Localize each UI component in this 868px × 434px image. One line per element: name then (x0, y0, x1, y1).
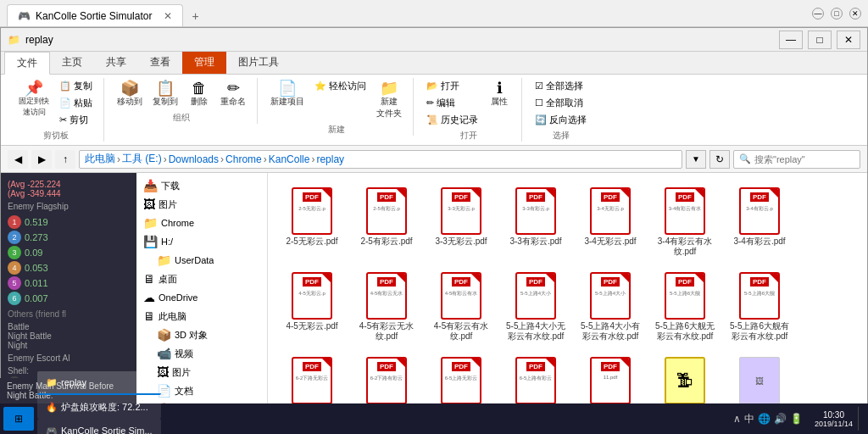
taskbar-item[interactable]: 📁replay (37, 371, 161, 395)
ribbon-tab-manage[interactable]: 管理 (182, 52, 226, 74)
battle-info: Battle Night Battle Night (8, 322, 130, 350)
ribbon-copy-btn[interactable]: 📋 复制 (55, 78, 97, 94)
pdf-content: 4-5有彩云无水 (369, 288, 405, 299)
file-item[interactable]: PDF 4-5有彩云无水 4-5有彩云无水纹.pdf (353, 268, 420, 346)
start-button[interactable]: ⊞ (3, 407, 34, 431)
search-input[interactable] (754, 154, 854, 164)
nav-back-button[interactable]: ◀ (8, 150, 28, 169)
path-kancolle[interactable]: KanColle (269, 153, 310, 165)
show-desktop-button[interactable] (858, 407, 865, 431)
file-item[interactable]: PDF 4-5无彩云.p 4-5无彩云.pdf (278, 268, 346, 346)
date-display: 2019/11/14 (815, 420, 853, 428)
sim-avg1: (Avg -225.224 (8, 180, 130, 189)
taskbar-time: 10:30 2019/11/14 (815, 410, 853, 428)
ribbon-tab-file[interactable]: 文件 (4, 52, 50, 75)
nav-tree-item[interactable]: 📦3D 对象 (136, 326, 267, 344)
browser-tab[interactable]: 🎮 KanColle Sortie Simulator ✕ (7, 4, 183, 26)
sim-ship-row: 10.519 (8, 214, 130, 230)
taskbar-item[interactable]: 🎮KanColle Sortie Sim... (37, 419, 161, 434)
ribbon-open-btn[interactable]: 📂 打开 (422, 78, 482, 94)
nav-tree-item[interactable]: 📁UserData (136, 251, 267, 270)
new-tab-button[interactable]: + (185, 6, 205, 26)
pdf-content: 3-4有彩云.p (744, 203, 775, 214)
file-item[interactable]: PDF 5-5上路4大小 5-5上路4大小有彩云有水纹.pdf (576, 268, 644, 346)
ribbon-invert-select-btn[interactable]: 🔄 反向选择 (531, 112, 591, 128)
ribbon-new-folder-btn[interactable]: 📁 新建文件夹 (372, 78, 406, 122)
ribbon-tab-share[interactable]: 共享 (94, 52, 138, 74)
nav-tree-item[interactable]: 📹视频 (136, 344, 267, 363)
pdf-content: 11.pdf (602, 373, 620, 381)
organize-group-label: 组织 (173, 112, 190, 124)
browser-close-button[interactable]: ✕ (849, 8, 861, 19)
file-item[interactable]: PDF 3-4有彩云有水 3-4有彩云有水纹.pdf (651, 183, 719, 261)
explorer-minimize-button[interactable]: — (779, 31, 803, 49)
nav-tree-item[interactable]: 📥下载 (136, 176, 267, 195)
file-item[interactable]: PDF 4-5有彩云有水 4-5有彩云有水纹.pdf (427, 268, 495, 346)
ribbon-tab-view[interactable]: 查看 (138, 52, 182, 74)
ribbon-delete-btn[interactable]: 🗑 删除 (184, 78, 214, 110)
file-item[interactable]: PDF 3-3无彩云.p 3-3无彩云.pdf (427, 183, 495, 261)
browser-minimize-button[interactable]: — (812, 8, 824, 19)
taskbar-item[interactable]: 🔥炉盘娘攻略度: 72.2... (37, 395, 161, 419)
file-item[interactable]: PDF 3-3有彩云.p 3-3有彩云.pdf (502, 183, 570, 261)
ribbon-rename-btn[interactable]: ✏ 重命名 (216, 78, 250, 110)
nav-tree-item[interactable]: 📁Chrome (136, 214, 267, 232)
ribbon-easy-access-btn[interactable]: ⭐ 轻松访问 (310, 78, 370, 94)
nav-forward-button[interactable]: ▶ (31, 150, 52, 169)
pdf-content: 6-2下路有彩云 (369, 373, 405, 384)
pdf-badge: PDF (452, 277, 470, 287)
path-downloads[interactable]: Downloads (169, 153, 219, 165)
path-replay[interactable]: replay (316, 153, 344, 165)
ribbon-tabs: 文件 主页 共享 查看 管理 图片工具 (1, 52, 867, 75)
file-item[interactable]: PDF 5-5上路6大舰 5-5上路6大舰无彩云有水纹.pdf (651, 268, 719, 346)
tray-language[interactable]: 中 (744, 412, 754, 426)
nav-tree-item[interactable]: 🖥此电脑 (136, 307, 267, 326)
pdf-icon: PDF 5-5上路4大小 (515, 272, 556, 320)
file-item[interactable]: PDF 2-5无彩云.p 2-5无彩云.pdf (278, 183, 346, 261)
nav-tree-item[interactable]: 💾H:/ (136, 232, 267, 251)
ribbon-select-all-btn[interactable]: ☑ 全部选择 (531, 78, 591, 94)
taskbar-item-label: replay (61, 377, 86, 387)
system-tray: ∧ 中 🌐 🔊 🔋 (726, 412, 810, 426)
ribbon-edit-btn[interactable]: ✏ 编辑 (422, 95, 482, 111)
address-path[interactable]: 此电脑 › 工具 (E:) › Downloads › Chrome › Kan… (79, 150, 682, 169)
tab-close-button[interactable]: ✕ (164, 10, 172, 22)
ribbon-history-btn[interactable]: 📜 历史记录 (422, 112, 482, 128)
ribbon-cut-btn[interactable]: ✂ 剪切 (55, 112, 97, 128)
nav-up-button[interactable]: ↑ (55, 150, 75, 169)
path-pc[interactable]: 此电脑 (85, 152, 115, 166)
file-item[interactable]: PDF 3-4有彩云.p 3-4有彩云.pdf (726, 183, 793, 261)
ribbon-select-none-btn[interactable]: ☐ 全部取消 (531, 95, 591, 111)
ribbon-fixed-btn[interactable]: 📌 固定到快速访问 (14, 78, 53, 128)
tray-arrow[interactable]: ∧ (733, 413, 741, 425)
tray-network[interactable]: 🌐 (758, 413, 771, 425)
ribbon-move-btn[interactable]: 📦 移动到 (113, 78, 147, 110)
address-dropdown-button[interactable]: ▼ (686, 150, 706, 169)
nav-tree-item[interactable]: 🖥桌面 (136, 270, 267, 288)
ribbon-tab-picture-tools[interactable]: 图片工具 (226, 52, 291, 74)
ship-hp: 0.007 (25, 293, 48, 303)
nav-tree-item[interactable]: 🖼图片 (136, 195, 267, 214)
ribbon-copy-to-btn[interactable]: 📋 复制到 (148, 78, 182, 110)
file-item[interactable]: PDF 5-5上路6大舰 5-5上路6大舰有彩云有水纹.pdf (726, 268, 793, 346)
file-name: 5-5上路4大小有彩云有水纹.pdf (581, 321, 640, 342)
browser-maximize-button[interactable]: □ (831, 8, 843, 19)
file-item[interactable]: PDF 2-5有彩云.p 2-5有彩云.pdf (353, 183, 420, 261)
file-item[interactable]: PDF 5-5上路4大小 5-5上路4大小无彩云有水纹.pdf (502, 268, 570, 346)
explorer-maximize-button[interactable]: □ (808, 31, 832, 49)
pdf-badge: PDF (377, 277, 396, 287)
nav-tree-item[interactable]: ☁OneDrive (136, 288, 267, 307)
tray-sound[interactable]: 🔊 (774, 413, 787, 425)
tray-battery[interactable]: 🔋 (790, 413, 803, 425)
refresh-path-button[interactable]: ↻ (709, 150, 730, 169)
clipboard-group-label: 剪切板 (43, 130, 69, 142)
ribbon-properties-btn[interactable]: ℹ 属性 (484, 78, 515, 110)
explorer-close-button[interactable]: ✕ (837, 31, 860, 49)
file-name: 5-5上路4大小无彩云有水纹.pdf (506, 321, 565, 342)
ribbon-new-item-btn[interactable]: 📄 新建项目 (266, 78, 309, 122)
path-tools[interactable]: 工具 (E:) (122, 152, 162, 166)
ribbon-tab-home[interactable]: 主页 (50, 52, 94, 74)
ribbon-paste-btn[interactable]: 📄 粘贴 (55, 95, 97, 111)
path-chrome[interactable]: Chrome (225, 153, 262, 165)
file-item[interactable]: PDF 3-4无彩云.p 3-4无彩云.pdf (576, 183, 644, 261)
